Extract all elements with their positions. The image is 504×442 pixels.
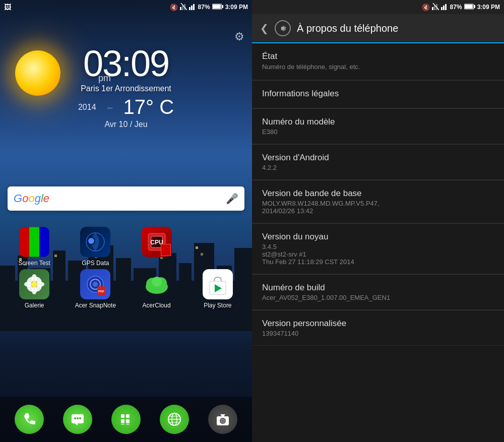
settings-item-legal[interactable]: Informations légales — [252, 81, 504, 108]
svg-rect-71 — [126, 419, 130, 423]
settings-title-baseband: Version de bande de base — [262, 188, 494, 199]
app-snapnote[interactable]: PDF Acer SnapNote — [66, 269, 124, 309]
svg-marker-80 — [220, 414, 225, 416]
battery-percent-left: 87% — [198, 4, 210, 11]
google-search-bar[interactable]: Google 🎤 — [8, 186, 244, 211]
settings-title-kernel: Version du noyau — [262, 232, 494, 242]
date-label: Avr 10 / Jeu — [10, 120, 242, 129]
app-label-snapnote: Acer SnapNote — [75, 302, 116, 309]
status-bar-right: 🔇 87% 3:09 PM — [252, 0, 504, 14]
svg-rect-34 — [39, 227, 49, 257]
status-bar-left: 🖼 🔇 87% 3:09 PM — [0, 0, 252, 14]
svg-rect-73 — [126, 423, 130, 425]
svg-point-83 — [222, 420, 224, 422]
dock-apps[interactable] — [111, 405, 141, 434]
svg-rect-68 — [121, 414, 124, 418]
svg-rect-88 — [441, 7, 443, 10]
battery-percent-right: 87% — [450, 4, 462, 11]
signal1-icon — [180, 3, 187, 11]
settings-header[interactable]: ❮ À propos du téléphone — [252, 14, 504, 43]
settings-item-android[interactable]: Version d'Android 4.2.2 — [252, 145, 504, 180]
svg-rect-65 — [74, 417, 76, 419]
settings-title-custom: Version personnalisée — [262, 319, 494, 329]
svg-rect-22 — [180, 7, 181, 10]
settings-item-custom[interactable]: Version personnalisée 1393471140 — [252, 310, 504, 346]
svg-point-51 — [31, 281, 37, 287]
settings-title-legal: Informations légales — [262, 89, 494, 99]
clock-display: 03:09 — [10, 45, 242, 82]
app-screen-test[interactable]: Screen Test — [5, 227, 64, 267]
weather-widget: pm 03:09 Paris 1er Arrondissement 2014 ⸺… — [5, 25, 247, 134]
svg-rect-84 — [432, 7, 433, 10]
settings-item-etat[interactable]: État Numéro de téléphone, signal, etc. — [252, 43, 504, 80]
app-cpu[interactable]: CPU — [128, 227, 186, 267]
settings-gear-icon — [275, 20, 291, 36]
app-label-screen-test: Screen Test — [19, 260, 50, 267]
svg-marker-64 — [75, 423, 78, 425]
settings-value-android: 4.2.2 — [262, 164, 494, 171]
settings-title: À propos du téléphone — [297, 23, 398, 34]
settings-item-kernel[interactable]: Version du noyau 3.4.5 st2@st2-srv #1 Th… — [252, 224, 504, 274]
svg-point-54 — [93, 282, 98, 287]
svg-rect-27 — [191, 6, 193, 10]
google-logo: Google — [14, 192, 49, 205]
mic-icon[interactable]: 🎤 — [226, 193, 238, 205]
status-indicators: 🔇 87% 3:09 PM — [170, 3, 248, 11]
app-playstore[interactable]: Play Store — [188, 269, 247, 309]
svg-rect-28 — [193, 4, 195, 10]
settings-value-build: Acer_AV052_E380_1.007.00_EMEA_GEN1 — [262, 294, 494, 301]
mute-icon-right: 🔇 — [422, 4, 430, 11]
svg-rect-66 — [77, 417, 79, 419]
photo-icon: 🖼 — [4, 3, 11, 11]
dock-phone[interactable] — [15, 405, 44, 434]
settings-item-baseband[interactable]: Version de bande de base MOLY.WR8.W1248.… — [252, 180, 504, 223]
battery-icon-right — [464, 4, 475, 11]
pm-label: pm — [98, 73, 111, 84]
svg-rect-89 — [443, 6, 445, 10]
svg-point-60 — [152, 277, 162, 287]
svg-rect-67 — [79, 417, 81, 419]
svg-text:PDF: PDF — [98, 290, 104, 293]
settings-item-build[interactable]: Numéro de build Acer_AV052_E380_1.007.00… — [252, 275, 504, 310]
widget-gear-icon[interactable]: ⚙ — [234, 30, 244, 43]
svg-rect-69 — [126, 414, 130, 418]
svg-rect-33 — [29, 227, 39, 257]
app-galerie[interactable]: Galerie — [5, 269, 64, 309]
weather-location: Paris 1er Arrondissement — [10, 84, 242, 93]
svg-rect-70 — [121, 419, 124, 423]
app-acercloud[interactable]: AcerCloud — [128, 269, 186, 309]
svg-rect-92 — [474, 5, 475, 8]
settings-title-android: Version d'Android — [262, 153, 494, 163]
mute-icon: 🔇 — [170, 4, 178, 11]
app-empty — [188, 227, 247, 267]
time-left: 3:09 PM — [225, 4, 248, 11]
settings-value-baseband: MOLY.WR8.W1248.MD.WG.MP.V5.P47,2014/02/2… — [262, 200, 494, 215]
dock-sms[interactable] — [63, 405, 92, 434]
app-label-gps: GPS Data — [82, 260, 109, 267]
dock-browser[interactable] — [160, 405, 189, 434]
battery-icon-left — [212, 4, 223, 11]
status-notifications: 🖼 — [4, 3, 11, 11]
settings-title-model: Numéro du modèle — [262, 117, 494, 127]
back-button[interactable]: ❮ — [260, 22, 269, 34]
svg-rect-32 — [19, 227, 29, 257]
svg-rect-90 — [445, 4, 447, 10]
svg-rect-30 — [222, 5, 223, 8]
weather-info: 2014 ⸺ 17° C — [10, 96, 242, 118]
settings-item-model[interactable]: Numéro du modèle E380 — [252, 109, 504, 144]
signal2-icon — [189, 3, 196, 11]
temp-display: 17° C — [123, 96, 174, 118]
settings-title-build: Numéro de build — [262, 283, 494, 293]
svg-point-38 — [88, 238, 94, 244]
app-gps-data[interactable]: GPS Data — [66, 227, 124, 267]
svg-rect-31 — [213, 5, 221, 9]
settings-value-kernel: 3.4.5 st2@st2-srv #1 Thu Feb 27 11:18:29… — [262, 243, 494, 266]
app-grid: Screen Test GPS Data CPU — [0, 222, 252, 314]
svg-rect-26 — [189, 7, 191, 10]
settings-list: État Numéro de téléphone, signal, etc. I… — [252, 43, 504, 442]
signal1-icon-right — [432, 3, 439, 11]
year-label: 2014 — [78, 103, 96, 112]
dock-camera[interactable] — [208, 405, 237, 434]
app-label-galerie: Galerie — [25, 302, 44, 309]
signal2-icon-right — [441, 3, 448, 11]
